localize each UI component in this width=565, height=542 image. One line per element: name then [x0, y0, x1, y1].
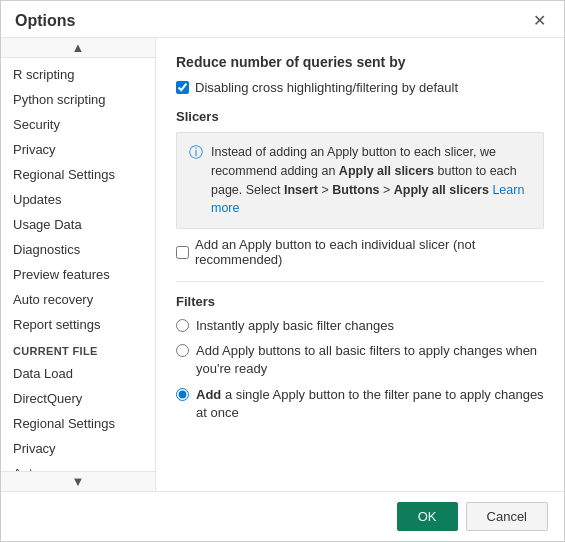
sidebar-item-regional-settings[interactable]: Regional Settings [1, 162, 155, 187]
sidebar-item-privacy[interactable]: Privacy [1, 137, 155, 162]
cancel-button[interactable]: Cancel [466, 502, 548, 531]
sidebar-item-preview-features[interactable]: Preview features [1, 262, 155, 287]
page-title: Reduce number of queries sent by [176, 54, 544, 70]
close-button[interactable]: ✕ [529, 11, 550, 31]
title-bar: Options ✕ [1, 1, 564, 37]
sidebar-item-python-scripting[interactable]: Python scripting [1, 87, 155, 112]
divider [176, 281, 544, 282]
dialog-body: ▲ R scripting Python scripting Security … [1, 37, 564, 491]
filter-option-3-row: Add a single Apply button to the filter … [176, 386, 544, 422]
dialog-title: Options [15, 12, 75, 30]
slicers-title: Slicers [176, 109, 544, 124]
apply-slicer-label: Add an Apply button to each individual s… [195, 237, 544, 267]
filter-label-2[interactable]: Add Apply buttons to all basic filters t… [196, 342, 544, 378]
scroll-up-arrow[interactable]: ▲ [1, 38, 155, 58]
sidebar-item-auto-recovery-top[interactable]: Auto recovery [1, 287, 155, 312]
scroll-down-arrow[interactable]: ▼ [1, 471, 155, 491]
sidebar-scroll: R scripting Python scripting Security Pr… [1, 58, 155, 471]
sidebar-item-updates[interactable]: Updates [1, 187, 155, 212]
ok-button[interactable]: OK [397, 502, 458, 531]
sidebar-item-regional-settings-file[interactable]: Regional Settings [1, 411, 155, 436]
filter-option-1-row: Instantly apply basic filter changes [176, 317, 544, 335]
options-dialog: Options ✕ ▲ R scripting Python scripting… [0, 0, 565, 542]
sidebar-item-auto-recovery-file[interactable]: Auto recovery [1, 461, 155, 471]
dialog-footer: OK Cancel [1, 491, 564, 541]
sidebar-item-r-scripting[interactable]: R scripting [1, 62, 155, 87]
slicers-info-text: Instead of adding an Apply button to eac… [211, 143, 531, 218]
filter-label-3[interactable]: Add a single Apply button to the filter … [196, 386, 544, 422]
filters-title: Filters [176, 294, 544, 309]
sidebar-item-security[interactable]: Security [1, 112, 155, 137]
sidebar-item-diagnostics[interactable]: Diagnostics [1, 237, 155, 262]
slicers-info-box: ⓘ Instead of adding an Apply button to e… [176, 132, 544, 229]
filter-label-1[interactable]: Instantly apply basic filter changes [196, 317, 394, 335]
cross-highlight-row: Disabling cross highlighting/filtering b… [176, 80, 544, 95]
sidebar-item-directquery[interactable]: DirectQuery [1, 386, 155, 411]
filter-radio-3[interactable] [176, 388, 189, 401]
apply-slicer-checkbox[interactable] [176, 246, 189, 259]
sidebar-item-usage-data[interactable]: Usage Data [1, 212, 155, 237]
cross-highlight-checkbox[interactable] [176, 81, 189, 94]
apply-button-row: Add an Apply button to each individual s… [176, 237, 544, 267]
info-icon: ⓘ [189, 144, 203, 162]
filter-radio-2[interactable] [176, 344, 189, 357]
sidebar-item-report-settings-top[interactable]: Report settings [1, 312, 155, 337]
filter-option-2-row: Add Apply buttons to all basic filters t… [176, 342, 544, 378]
main-content: Reduce number of queries sent by Disabli… [156, 38, 564, 491]
filter-radio-1[interactable] [176, 319, 189, 332]
sidebar-section-current-file: CURRENT FILE [1, 337, 155, 361]
cross-highlight-label[interactable]: Disabling cross highlighting/filtering b… [195, 80, 458, 95]
sidebar-item-privacy-file[interactable]: Privacy [1, 436, 155, 461]
filters-radio-group: Instantly apply basic filter changes Add… [176, 317, 544, 422]
sidebar: ▲ R scripting Python scripting Security … [1, 38, 156, 491]
sidebar-item-data-load[interactable]: Data Load [1, 361, 155, 386]
